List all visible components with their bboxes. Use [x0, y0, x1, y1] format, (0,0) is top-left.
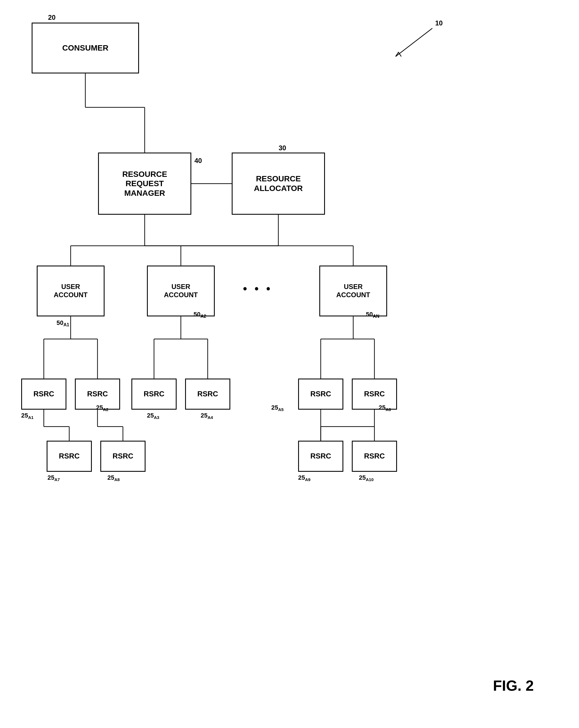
- rsrc-a1-box: RSRC: [21, 379, 67, 410]
- user-account-n-box: USERACCOUNT: [319, 265, 387, 316]
- ref-25a3: 25A3: [147, 412, 159, 420]
- rsrc-a3-box: RSRC: [131, 379, 177, 410]
- uan-label: USERACCOUNT: [336, 283, 370, 299]
- rsrc-a4-box: RSRC: [185, 379, 230, 410]
- ref-25a6: 25A6: [379, 404, 391, 412]
- rrm-box: RESOURCEREQUESTMANAGER: [98, 153, 191, 215]
- ref-10-label: 10: [435, 19, 443, 27]
- ref-25a8: 25A8: [107, 474, 120, 482]
- ref-25a4: 25A4: [201, 412, 213, 420]
- connection-lines: [0, 0, 579, 728]
- rsrc-a5-box: RSRC: [298, 379, 343, 410]
- rsrc-a10-box: RSRC: [352, 441, 397, 472]
- ref-25a2: 25A2: [96, 404, 108, 412]
- ref-50a1: 50A1: [56, 319, 69, 328]
- rrm-label: RESOURCEREQUESTMANAGER: [122, 170, 167, 198]
- ref-25a5: 25A5: [271, 404, 284, 412]
- ref-25a1: 25A1: [21, 412, 34, 420]
- resource-allocator-box: RESOURCEALLOCATOR: [232, 153, 325, 215]
- ref-25a9: 25A9: [298, 474, 310, 482]
- svg-line-0: [396, 28, 432, 56]
- rsrc-a7-box: RSRC: [47, 441, 92, 472]
- ref-20-label: 20: [48, 14, 56, 22]
- ua2-label: USERACCOUNT: [164, 283, 198, 299]
- ref-50a2: 50A2: [194, 311, 206, 319]
- ref-30-label: 30: [279, 144, 286, 152]
- user-account-1-box: USERACCOUNT: [37, 265, 105, 316]
- rsrc-a9-box: RSRC: [298, 441, 343, 472]
- figure-label: FIG. 2: [493, 677, 534, 694]
- consumer-label: CONSUMER: [62, 43, 108, 53]
- ua1-label: USERACCOUNT: [54, 283, 87, 299]
- ref-40-label: 40: [195, 157, 202, 165]
- rsrc-a8-box: RSRC: [100, 441, 146, 472]
- ref-25a10: 25A10: [359, 474, 374, 482]
- ref-50an: 50AN: [366, 311, 379, 319]
- user-account-2-box: USERACCOUNT: [147, 265, 215, 316]
- ellipsis-dots: • • •: [243, 283, 272, 295]
- diagram: 20 CONSUMER 10 40 RESOURCEREQUESTMANAGER…: [0, 0, 579, 728]
- consumer-box: CONSUMER: [32, 23, 139, 74]
- resource-allocator-label: RESOURCEALLOCATOR: [254, 174, 303, 193]
- ref-25a7: 25A7: [48, 474, 60, 482]
